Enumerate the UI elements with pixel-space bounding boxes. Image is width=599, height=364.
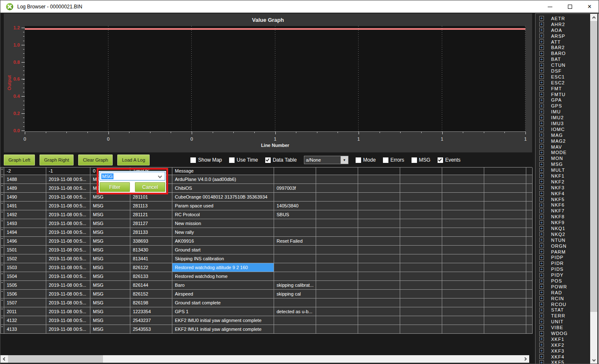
col-line[interactable]: 4132	[4, 316, 46, 325]
expand-plus-icon[interactable]: +	[539, 343, 544, 347]
col-empty[interactable]	[358, 272, 400, 281]
col-empty[interactable]	[484, 202, 526, 210]
col-line[interactable]: 1488	[4, 175, 46, 184]
col-empty[interactable]	[484, 263, 526, 272]
col-value[interactable]	[274, 272, 316, 281]
table-row[interactable]: 14942019-11-08 00:5...MSG281133New rally	[1, 228, 532, 237]
col-message[interactable]: New rally	[172, 228, 274, 237]
col-value[interactable]: skipping cal	[274, 290, 316, 299]
col-message[interactable]: AK09916	[172, 237, 274, 246]
expand-plus-icon[interactable]: +	[539, 57, 544, 62]
col-date[interactable]: 2019-11-08 00:5...	[46, 210, 90, 219]
sidebar-item-gpa[interactable]: +GPA	[536, 97, 590, 103]
col-empty[interactable]	[358, 210, 400, 219]
expand-plus-icon[interactable]: +	[539, 74, 544, 79]
col-line[interactable]: 1493	[4, 219, 46, 228]
col-type[interactable]: MSG	[90, 228, 130, 237]
col-empty[interactable]	[442, 202, 484, 210]
expand-plus-icon[interactable]: +	[539, 28, 544, 32]
checkbox-use-time[interactable]: Use Time	[229, 157, 258, 163]
sidebar-item-mag2[interactable]: +MAG2	[536, 138, 590, 144]
expand-plus-icon[interactable]: +	[539, 203, 544, 207]
col-empty[interactable]	[442, 281, 484, 290]
col-timeus[interactable]: 826152	[130, 290, 172, 299]
expand-plus-icon[interactable]: +	[539, 261, 544, 266]
expand-plus-icon[interactable]: +	[539, 314, 544, 318]
expand-plus-icon[interactable]: +	[539, 191, 544, 196]
dropdown-arrow-icon[interactable]: ▼	[340, 156, 348, 164]
table-row[interactable]: 14962019-11-08 00:5...MSG338693AK09916Re…	[1, 237, 532, 246]
col-empty[interactable]	[526, 325, 533, 334]
header-cell-empty-6[interactable]	[316, 168, 358, 175]
col-date[interactable]: 2019-11-08 00:5...	[46, 175, 90, 184]
col-empty[interactable]	[442, 254, 484, 263]
col-message[interactable]: Airspeed	[172, 290, 274, 299]
header-cell-empty-11[interactable]	[526, 168, 533, 175]
sidebar-item-bar2[interactable]: +BAR2	[536, 45, 590, 50]
col-empty[interactable]	[484, 316, 526, 325]
expand-plus-icon[interactable]: +	[539, 179, 544, 184]
sidebar-item-rad[interactable]: +RAD	[536, 290, 590, 296]
header-cell-empty-8[interactable]	[400, 168, 442, 175]
col-empty[interactable]	[316, 219, 358, 228]
col-empty[interactable]	[442, 175, 484, 184]
expand-plus-icon[interactable]: +	[539, 104, 544, 108]
expand-plus-icon[interactable]: +	[539, 80, 544, 85]
expand-plus-icon[interactable]: +	[539, 156, 544, 161]
sidebar-item-xkf5[interactable]: +XKF5	[536, 360, 590, 364]
col-empty[interactable]	[526, 175, 533, 184]
sidebar-item-nkf2[interactable]: +NKF2	[536, 179, 590, 185]
sidebar-item-rcin[interactable]: +RCIN	[536, 296, 590, 301]
col-empty[interactable]	[442, 193, 484, 202]
col-empty[interactable]	[484, 281, 526, 290]
col-empty[interactable]	[400, 272, 442, 281]
col-type[interactable]: MSG	[90, 202, 130, 210]
col-empty[interactable]	[526, 272, 533, 281]
col-timeus[interactable]: 338693	[130, 237, 172, 246]
col-empty[interactable]	[400, 290, 442, 299]
minimize-button[interactable]	[540, 0, 560, 13]
checkbox-data-table[interactable]: Data Table	[265, 157, 297, 163]
sidebar-item-nkf4[interactable]: +NKF4	[536, 191, 590, 196]
row-header-cell[interactable]	[1, 228, 4, 237]
checkbox-msg[interactable]: MSG	[412, 157, 430, 163]
col-message[interactable]: GPS 1	[172, 307, 274, 316]
col-empty[interactable]	[484, 299, 526, 307]
checkbox-mode[interactable]: Mode	[356, 157, 376, 163]
col-empty[interactable]	[358, 219, 400, 228]
col-timeus[interactable]: 826122	[130, 263, 172, 272]
col-type[interactable]: MSG	[90, 210, 130, 219]
col-empty[interactable]	[484, 228, 526, 237]
expand-plus-icon[interactable]: +	[539, 238, 544, 242]
col-empty[interactable]	[484, 272, 526, 281]
load-a-log-button[interactable]: Load A Log	[117, 155, 150, 165]
col-empty[interactable]	[358, 193, 400, 202]
col-date[interactable]: 2019-11-08 00:5...	[46, 307, 90, 316]
graph-right-button[interactable]: Graph Right	[40, 155, 74, 165]
col-date[interactable]: 2019-11-08 00:5...	[46, 290, 90, 299]
col-empty[interactable]	[400, 316, 442, 325]
col-line[interactable]: 1507	[4, 299, 46, 307]
expand-plus-icon[interactable]: +	[539, 39, 544, 44]
row-header-cell[interactable]	[1, 272, 4, 281]
row-header-cell[interactable]	[1, 175, 4, 184]
col-empty[interactable]	[358, 307, 400, 316]
row-header-cell[interactable]	[1, 210, 4, 219]
expand-plus-icon[interactable]: +	[539, 98, 544, 102]
sidebar-item-parm[interactable]: +PARM	[536, 249, 590, 255]
table-row[interactable]: 15072019-11-08 00:5...MSG826198Ground st…	[1, 299, 532, 307]
col-line[interactable]: 1501	[4, 246, 46, 254]
table-row[interactable]: 20112019-11-08 00:5...MSG1223354GPS 1det…	[1, 307, 532, 316]
expand-plus-icon[interactable]: +	[539, 63, 544, 68]
expand-plus-icon[interactable]: +	[539, 133, 544, 137]
col-empty[interactable]	[442, 228, 484, 237]
graph-left-button[interactable]: Graph Left	[4, 155, 35, 165]
maximize-button[interactable]	[560, 0, 580, 13]
expand-plus-icon[interactable]: +	[539, 110, 544, 114]
col-empty[interactable]	[526, 219, 533, 228]
col-value[interactable]	[274, 193, 316, 202]
col-empty[interactable]	[316, 272, 358, 281]
col-type[interactable]: MSG	[90, 307, 130, 316]
header-cell-empty-10[interactable]	[484, 168, 526, 175]
col-message[interactable]: New mission	[172, 219, 274, 228]
